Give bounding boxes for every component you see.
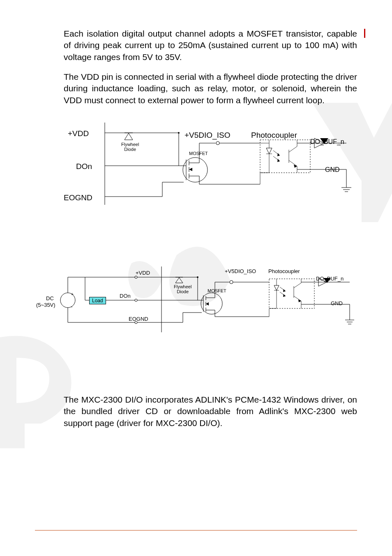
paragraph-3: The MXC-2300 DI/O incorporates ADLINK's … [64,394,357,429]
svg-rect-89 [269,279,314,308]
label-photo: Photocoupler [251,131,297,140]
label-dc1: DC [46,295,54,301]
svg-marker-91 [274,285,279,290]
svg-rect-25 [260,140,310,173]
label-photo2: Photocoupler [268,268,300,274]
diagram-do-internal: +VDD DOn EOGND FlywheelDiode MOSFET +V5D… [64,118,360,209]
label-vdd2: +VDD [136,270,150,276]
label-mosfet: MOSFET [189,151,208,156]
label-dobuf: DO_BUF_n [310,138,344,146]
label-flydiode2: FlywheelDiode [174,285,191,294]
svg-marker-97 [283,294,286,297]
label-vdd: +VDD [68,129,89,138]
svg-line-36 [289,160,297,166]
page-content: Each isolation digital output channel ad… [0,0,392,429]
label-v5iso: +V5DIO_ISO [184,131,230,140]
svg-line-35 [289,146,297,152]
label-dobuf2: DO_BUF_n [316,276,344,282]
svg-marker-9 [125,133,133,140]
label-eognd: EOGND [64,193,92,202]
svg-line-99 [294,283,301,288]
svg-marker-31 [277,153,280,156]
svg-marker-81 [206,302,209,306]
label-load: Load [89,297,106,304]
diagram-svg-2 [64,258,360,341]
label-don2: DOn [120,293,131,299]
label-minus: - [71,304,72,309]
svg-marker-33 [277,159,280,162]
diagram-do-external: DC (5~35V) + - Load +VDD DOn EOGND Flywh… [64,258,360,341]
label-v5iso2: +V5DIO_ISO [225,268,256,274]
svg-point-86 [230,280,233,284]
paragraph-1: Each isolation digital output channel ad… [64,28,357,63]
label-eognd2: EOGND [129,316,148,322]
label-don: DOn [76,162,92,171]
svg-marker-101 [298,299,301,302]
label-gnd: GND [325,166,340,174]
svg-marker-74 [175,278,183,283]
label-dc2: (5~35V) [36,302,55,308]
svg-line-100 [294,296,301,301]
svg-marker-95 [283,289,286,292]
label-plus: + [71,292,74,297]
svg-marker-27 [266,148,272,154]
footer-divider [35,530,357,531]
svg-point-22 [216,141,219,145]
svg-point-11 [183,158,208,182]
label-gnd2: GND [331,300,343,306]
svg-marker-16 [189,168,192,171]
label-flydiode: FlywheelDiode [121,142,139,152]
svg-point-76 [201,293,222,314]
paragraph-2: The VDD pin is connected in serial with … [64,71,357,106]
label-mosfet2: MOSFET [208,289,226,294]
